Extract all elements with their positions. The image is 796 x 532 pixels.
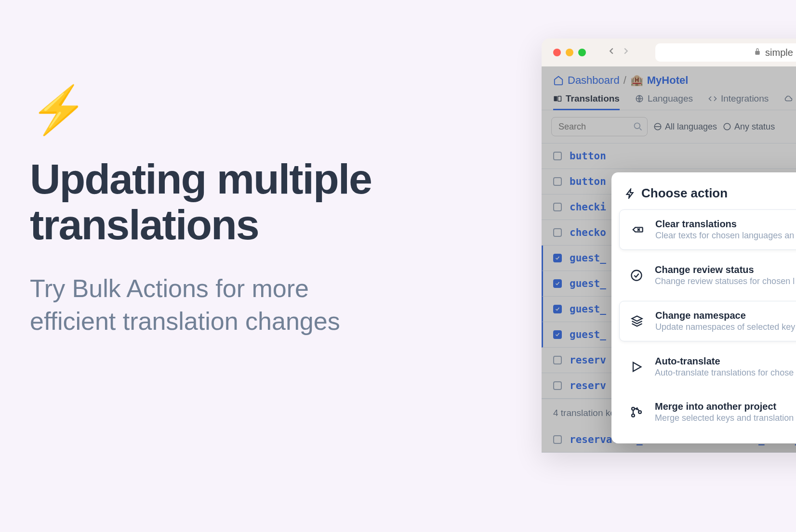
bolt-icon bbox=[625, 188, 636, 199]
breadcrumb-dashboard[interactable]: Dashboard bbox=[568, 74, 620, 87]
row-checkbox[interactable] bbox=[553, 152, 562, 160]
row-checkbox[interactable] bbox=[553, 305, 562, 313]
nav-forward-button[interactable] bbox=[621, 46, 631, 59]
key-name: checko bbox=[570, 227, 606, 238]
row-checkbox[interactable] bbox=[553, 177, 562, 186]
maximize-window-button[interactable] bbox=[578, 49, 586, 56]
svg-rect-0 bbox=[554, 96, 557, 102]
nav-tabs: Translations Languages Integrations H bbox=[542, 89, 796, 110]
browser-window: simple Dashboard / 🏨 MyHotel Translation… bbox=[542, 39, 796, 453]
lock-icon bbox=[754, 48, 761, 57]
action-item-clear[interactable]: Clear translationsClear texts for chosen… bbox=[619, 209, 796, 250]
row-checkbox[interactable] bbox=[553, 203, 562, 211]
play-icon bbox=[629, 359, 644, 375]
bolt-emoji: ⚡ bbox=[30, 87, 396, 133]
filter-any-status[interactable]: Any status bbox=[723, 122, 775, 132]
hero-title: Updating multiple translations bbox=[30, 156, 396, 247]
action-item-layers[interactable]: Change namespaceUpdate namespaces of sel… bbox=[619, 301, 796, 341]
action-description: Change review statuses for chosen l bbox=[655, 276, 795, 286]
action-title: Clear translations bbox=[655, 219, 794, 230]
key-name: guest_ bbox=[570, 278, 606, 289]
row-checkbox[interactable] bbox=[553, 228, 562, 237]
svg-point-3 bbox=[635, 123, 640, 129]
cloud-icon bbox=[784, 94, 793, 103]
globe-icon bbox=[635, 94, 644, 103]
key-name: button bbox=[570, 176, 606, 187]
svg-rect-1 bbox=[558, 96, 561, 102]
globe-icon bbox=[653, 122, 662, 131]
url-text: simple bbox=[765, 47, 793, 58]
key-name: guest_ bbox=[570, 329, 606, 340]
action-list: Clear translationsClear texts for chosen… bbox=[611, 209, 796, 432]
choose-action-popover: Choose action Clear translationsClear te… bbox=[611, 172, 796, 443]
home-icon bbox=[553, 75, 564, 86]
key-name: checki bbox=[570, 201, 606, 213]
svg-point-7 bbox=[632, 407, 635, 410]
row-checkbox[interactable] bbox=[553, 254, 562, 262]
action-description: Update namespaces of selected key bbox=[655, 322, 795, 332]
url-bar[interactable]: simple bbox=[655, 43, 796, 62]
filter-bar: All languages Any status bbox=[542, 110, 796, 143]
popover-title: Choose action bbox=[611, 186, 796, 209]
breadcrumb-project[interactable]: MyHotel bbox=[647, 74, 689, 87]
key-name: reserv bbox=[570, 354, 606, 366]
key-name: button bbox=[570, 150, 606, 162]
action-item-check-circle[interactable]: Change review statusChange review status… bbox=[619, 256, 796, 295]
clear-icon bbox=[629, 222, 645, 237]
project-emoji: 🏨 bbox=[630, 74, 643, 87]
row-checkbox[interactable] bbox=[553, 279, 562, 288]
translations-icon bbox=[553, 94, 562, 103]
layers-icon bbox=[629, 313, 645, 329]
breadcrumb-separator: / bbox=[624, 74, 626, 87]
filter-all-languages[interactable]: All languages bbox=[653, 122, 717, 132]
table-row[interactable]: button bbox=[542, 143, 796, 169]
nav-back-button[interactable] bbox=[606, 46, 617, 59]
key-name: reserv bbox=[570, 380, 606, 391]
window-titlebar: simple bbox=[542, 39, 796, 66]
key-name: guest_ bbox=[570, 303, 606, 315]
svg-point-6 bbox=[632, 271, 642, 281]
breadcrumb: Dashboard / 🏨 MyHotel bbox=[542, 66, 796, 89]
svg-point-9 bbox=[638, 411, 641, 414]
action-title: Merge into another project bbox=[655, 401, 794, 412]
action-description: Auto-translate translations for chose bbox=[655, 368, 794, 378]
action-description: Merge selected keys and translation bbox=[655, 413, 794, 423]
status-icon bbox=[723, 122, 731, 131]
key-name: guest_ bbox=[570, 252, 606, 264]
row-checkbox[interactable] bbox=[553, 435, 562, 444]
row-checkbox[interactable] bbox=[553, 381, 562, 390]
minimize-window-button[interactable] bbox=[566, 49, 573, 56]
hero-section: ⚡ Updating multiple translations Try Bul… bbox=[30, 87, 396, 337]
action-description: Clear texts for chosen languages an bbox=[655, 231, 794, 241]
code-icon bbox=[708, 94, 717, 103]
close-window-button[interactable] bbox=[553, 49, 561, 56]
tab-hosting[interactable]: H bbox=[784, 93, 796, 110]
hero-subtitle: Try Bulk Actions for more efficient tran… bbox=[30, 272, 396, 337]
tab-languages[interactable]: Languages bbox=[635, 93, 693, 110]
tab-integrations[interactable]: Integrations bbox=[708, 93, 769, 110]
check-circle-icon bbox=[629, 268, 644, 283]
tab-translations[interactable]: Translations bbox=[553, 93, 620, 110]
svg-point-8 bbox=[632, 414, 635, 417]
app-area: Dashboard / 🏨 MyHotel Translations Langu… bbox=[542, 66, 796, 453]
action-title: Change namespace bbox=[655, 310, 795, 321]
action-title: Change review status bbox=[655, 264, 795, 275]
merge-icon bbox=[629, 404, 644, 420]
search-icon bbox=[633, 122, 643, 131]
row-checkbox[interactable] bbox=[553, 356, 562, 364]
action-item-merge[interactable]: Merge into another projectMerge selected… bbox=[619, 392, 796, 432]
row-checkbox[interactable] bbox=[553, 330, 562, 339]
action-title: Auto-translate bbox=[655, 356, 794, 367]
svg-point-5 bbox=[724, 123, 730, 130]
action-item-play[interactable]: Auto-translateAuto-translate translation… bbox=[619, 347, 796, 387]
